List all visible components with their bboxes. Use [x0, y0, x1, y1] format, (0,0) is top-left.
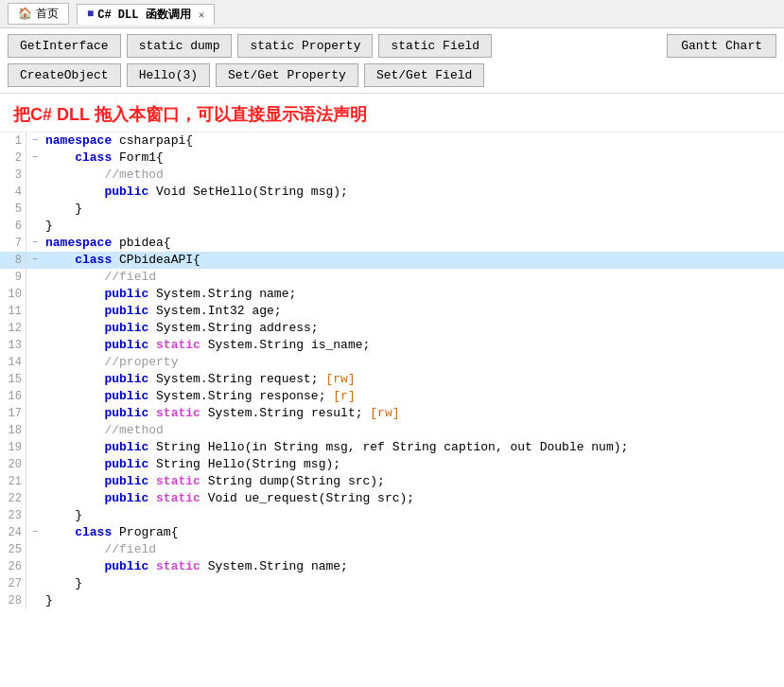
code-line: 20 public String Hello(String msg); — [0, 456, 784, 473]
code-content: public System.Int32 age; — [42, 303, 282, 320]
code-line: 15 public System.String request; [rw] — [0, 371, 784, 388]
code-content: public static System.String name; — [42, 558, 348, 575]
code-line: 7 − namespace pbidea{ — [0, 235, 784, 252]
code-line: 11 public System.Int32 age; — [0, 303, 784, 320]
home-icon: 🏠 — [18, 7, 32, 21]
line-number: 23 — [0, 507, 26, 524]
title-bar: 🏠 首页 ■ C# DLL 函数调用 ✕ — [0, 0, 784, 28]
code-content: } — [42, 575, 82, 592]
line-number: 26 — [0, 558, 26, 575]
line-number: 18 — [0, 422, 26, 439]
static-property-button[interactable]: static Property — [237, 34, 373, 58]
line-number: 28 — [0, 592, 26, 609]
dll-icon: ■ — [87, 8, 94, 21]
set-get-field-button[interactable]: Set/Get Field — [364, 63, 484, 87]
code-content: //property — [42, 354, 178, 371]
code-line: 13 public static System.String is_name; — [0, 337, 784, 354]
code-line: 17 public static System.String result; [… — [0, 405, 784, 422]
tab-dll[interactable]: ■ C# DLL 函数调用 ✕ — [77, 4, 215, 25]
code-line: 6 } — [0, 218, 784, 235]
gantt-chart-button[interactable]: Gantt Chart — [667, 34, 776, 58]
code-content: class Program{ — [42, 524, 178, 541]
line-number: 19 — [0, 439, 26, 456]
collapse-icon[interactable]: − — [28, 150, 42, 167]
tab-dll-label: C# DLL 函数调用 — [97, 7, 190, 23]
set-get-property-button[interactable]: Set/Get Property — [216, 63, 358, 87]
tab-home[interactable]: 🏠 首页 — [8, 3, 69, 25]
static-field-button[interactable]: static Field — [378, 34, 492, 58]
get-interface-button[interactable]: GetInterface — [8, 34, 121, 58]
line-number: 1 — [0, 132, 26, 150]
code-content: public Void SetHello(String msg); — [42, 184, 348, 201]
code-content: public static System.String is_name; — [42, 337, 370, 354]
code-content: //field — [42, 269, 156, 286]
line-number: 16 — [0, 388, 26, 405]
code-area[interactable]: 1 − namespace csharpapi{ 2 − class Form1… — [0, 132, 784, 687]
code-line: 22 public static Void ue_request(String … — [0, 490, 784, 507]
line-number: 20 — [0, 456, 26, 473]
code-line: 19 public String Hello(in String msg, re… — [0, 439, 784, 456]
collapse-icon[interactable]: − — [28, 252, 42, 269]
toolbar-row1: GetInterface static dump static Property… — [8, 34, 776, 58]
line-number: 14 — [0, 354, 26, 371]
code-content: namespace pbidea{ — [42, 235, 171, 252]
code-line: 16 public System.String response; [r] — [0, 388, 784, 405]
code-line: 9 //field — [0, 269, 784, 286]
line-number: 11 — [0, 303, 26, 320]
line-number: 3 — [0, 167, 26, 184]
create-object-button[interactable]: CreateObject — [8, 63, 121, 87]
code-line: 26 public static System.String name; — [0, 558, 784, 575]
line-number: 2 — [0, 150, 26, 167]
code-content: } — [42, 507, 82, 524]
tab-home-label: 首页 — [36, 6, 59, 22]
code-line: 25 //field — [0, 541, 784, 558]
code-content: class CPbideaAPI{ — [42, 252, 200, 269]
code-line: 2 − class Form1{ — [0, 150, 784, 167]
code-content: class Form1{ — [42, 150, 164, 167]
line-number: 4 — [0, 184, 26, 201]
code-line: 24 − class Program{ — [0, 524, 784, 541]
code-line: 12 public System.String address; — [0, 320, 784, 337]
code-line: 14 //property — [0, 354, 784, 371]
collapse-icon[interactable]: − — [28, 524, 42, 541]
collapse-icon[interactable]: − — [28, 235, 42, 252]
code-content: public System.String name; — [42, 286, 296, 303]
line-number: 6 — [0, 218, 26, 235]
line-number: 5 — [0, 201, 26, 218]
tab-close-icon[interactable]: ✕ — [199, 9, 205, 21]
code-line: 4 public Void SetHello(String msg); — [0, 184, 784, 201]
code-content: public static String dump(String src); — [42, 473, 385, 490]
collapse-icon[interactable]: − — [28, 132, 42, 150]
line-number: 24 — [0, 524, 26, 541]
code-content: } — [42, 218, 53, 235]
line-number: 27 — [0, 575, 26, 592]
code-line: 8 − class CPbideaAPI{ — [0, 252, 784, 269]
line-number: 13 — [0, 337, 26, 354]
code-line: 1 − namespace csharpapi{ — [0, 132, 784, 150]
code-line: 18 //method — [0, 422, 784, 439]
line-number: 15 — [0, 371, 26, 388]
static-dump-button[interactable]: static dump — [127, 34, 233, 58]
line-number: 12 — [0, 320, 26, 337]
line-number: 21 — [0, 473, 26, 490]
code-content: //method — [42, 167, 164, 184]
code-line: 5 } — [0, 201, 784, 218]
code-content: public System.String response; [r] — [42, 388, 356, 405]
code-content: } — [42, 592, 53, 609]
code-content: public String Hello(in String msg, ref S… — [42, 439, 628, 456]
line-number: 25 — [0, 541, 26, 558]
line-number: 17 — [0, 405, 26, 422]
toolbar: GetInterface static dump static Property… — [0, 28, 784, 94]
toolbar-row2: CreateObject Hello(3) Set/Get Property S… — [8, 63, 776, 87]
code-content: //method — [42, 422, 164, 439]
line-number: 22 — [0, 490, 26, 507]
line-number: 10 — [0, 286, 26, 303]
code-content: } — [42, 201, 82, 218]
instruction-text: 把C# DLL 拖入本窗口，可以直接显示语法声明 — [0, 94, 784, 132]
code-line: 21 public static String dump(String src)… — [0, 473, 784, 490]
code-content: //field — [42, 541, 156, 558]
code-content: public System.String address; — [42, 320, 319, 337]
hello3-button[interactable]: Hello(3) — [127, 63, 210, 87]
code-line: 10 public System.String name; — [0, 286, 784, 303]
line-number: 8 — [0, 252, 26, 269]
